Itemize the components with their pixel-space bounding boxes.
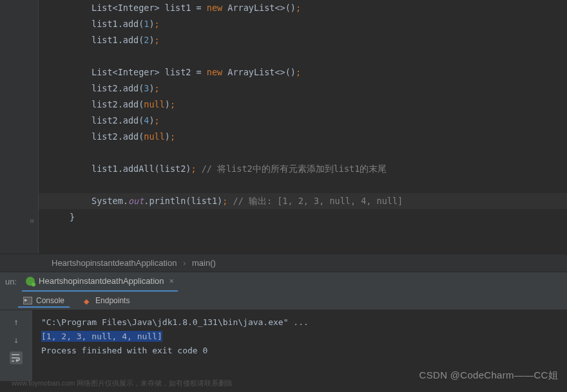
code-line[interactable]: List<Integer> list1 = new ArrayList<>(); [39,0,567,16]
editor-area: ⊟ List<Integer> list1 = new ArrayList<>(… [0,0,567,254]
soft-wrap-button[interactable] [10,351,23,364]
code-text: list2.add( [91,131,144,142]
code-line-highlighted[interactable]: System.out.println(list1); // 输出: [1, 2,… [39,193,567,209]
output-line: Process finished with exit code 0 [41,344,558,358]
fold-icon[interactable]: ⊟ [30,218,37,224]
code-text: list1.add( [91,19,144,29]
output-selected-text: [1, 2, 3, null, 4, null] [41,331,162,342]
tab-endpoints[interactable]: Endpoints [79,294,135,308]
run-toolbar: un: HeartshopinstantdeathApplication × [0,272,567,291]
tab-console-label: Console [36,296,64,305]
field: out [128,196,144,206]
comment: // 将list2中的所有元素添加到list1的末尾 [202,163,387,174]
brace: } [70,212,75,222]
code-text: ArrayList<>() [222,3,296,13]
faint-watermark: www.toymoban.com 网络图片仅供展示，未存储，如有侵权请联系删除 [12,378,233,388]
code-line[interactable]: list2.add(null); [39,97,567,113]
code-text: ) [149,19,154,29]
keyword: null [144,99,165,109]
semicolon: ; [170,131,175,142]
code-text: List<Integer> list2 = [91,67,207,77]
comment: // 输出: [1, 2, 3, null, 4, null] [233,196,403,206]
code-line[interactable] [39,177,567,193]
tab-console[interactable]: Console [18,294,70,308]
semicolon: ; [191,163,196,174]
code-line[interactable]: list1.add(1); [39,16,567,32]
semicolon: ; [155,115,160,126]
code-text: list1.add( [91,35,144,45]
breadcrumb-method[interactable]: main() [192,258,216,268]
spring-boot-icon [26,277,35,286]
run-config-tab[interactable]: HeartshopinstantdeathApplication × [22,272,178,292]
breadcrumb-separator: › [183,258,186,268]
console-icon [23,297,32,304]
code-line[interactable]: list2.add(null); [39,129,567,145]
keyword: new [207,67,222,77]
code-text: ) [165,131,170,142]
code-line[interactable]: list2.add(3); [39,80,567,97]
code-text: System. [91,196,128,206]
console-toolbar: ↑ ↓ [0,310,32,381]
semicolon: ; [296,67,301,77]
scroll-up-button[interactable]: ↑ [10,315,23,328]
semicolon: ; [155,19,160,29]
tab-endpoints-label: Endpoints [95,296,130,305]
code-text: List<Integer> list1 = [91,3,207,13]
line-gutter[interactable]: ⊟ [0,0,39,254]
scroll-down-button[interactable]: ↓ [10,333,23,346]
endpoints-icon [84,297,91,304]
run-label: un: [5,277,17,286]
semicolon: ; [170,99,175,109]
output-line: "C:\Program Files\Java\jdk1.8.0_131\bin\… [41,315,558,330]
code-line[interactable]: list1.addAll(list2); // 将list2中的所有元素添加到l… [39,161,567,177]
run-config-name: HeartshopinstantdeathApplication [39,276,164,286]
code-text: ) [149,83,154,93]
code-text: list1.addAll(list2) [91,163,191,174]
code-text: ) [149,115,154,126]
watermark: CSDN @CodeCharm——CC姐 [419,369,558,382]
code-line[interactable]: List<Integer> list2 = new ArrayList<>(); [39,64,567,80]
semicolon: ; [155,83,160,93]
console-tabs: Console Endpoints [0,291,567,310]
code-text: .println(list1) [144,196,222,206]
output-line-highlighted: [1, 2, 3, null, 4, null] [41,330,558,344]
breadcrumb-class[interactable]: HeartshopinstantdeathApplication [52,258,177,268]
code-line[interactable]: list2.add(4); [39,113,567,129]
code-text: ) [149,35,154,45]
code-line[interactable] [39,48,567,64]
code-line[interactable]: list1.add(2); [39,32,567,48]
wrap-icon [11,353,21,362]
code-text: ) [165,99,170,109]
code-text: list2.add( [91,115,144,126]
code-line[interactable] [39,145,567,161]
code-text: ArrayList<>() [222,67,296,77]
keyword: null [144,131,165,142]
code-text: list2.add( [91,83,144,93]
code-content[interactable]: List<Integer> list1 = new ArrayList<>();… [39,0,567,254]
code-text: list2.add( [91,99,144,109]
breadcrumb: HeartshopinstantdeathApplication › main(… [0,254,567,272]
semicolon: ; [222,196,227,206]
semicolon: ; [155,35,160,45]
keyword: new [207,3,222,13]
code-line[interactable]: } [39,209,567,225]
semicolon: ; [296,3,301,13]
close-icon[interactable]: × [169,276,175,286]
